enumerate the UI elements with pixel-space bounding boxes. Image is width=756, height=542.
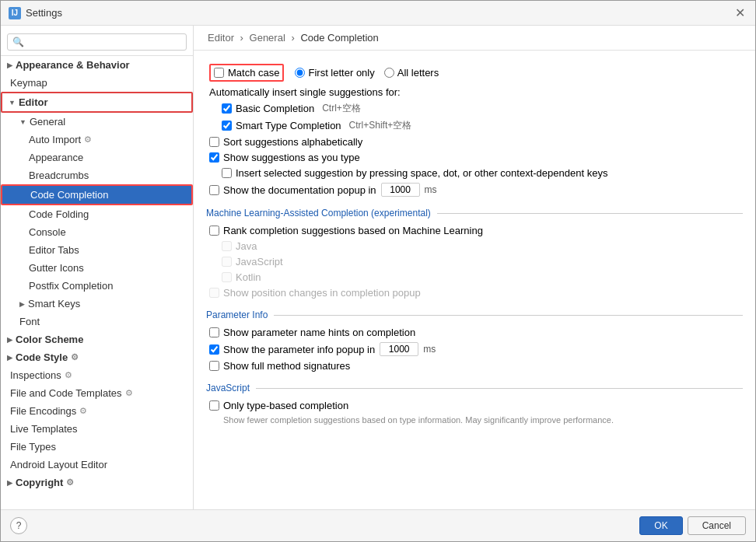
param-info-divider-line xyxy=(274,315,743,316)
sidebar: ▶ Appearance & Behavior Keymap ▼ Editor … xyxy=(1,26,194,509)
bottom-bar: ? OK Cancel xyxy=(1,509,755,541)
basic-completion-checkbox[interactable] xyxy=(222,103,232,114)
all-letters-radio-label[interactable]: All letters xyxy=(384,67,439,79)
ml-rank-checkbox-label[interactable]: Rank completion suggestions based on Mac… xyxy=(209,225,483,236)
show-suggestions-checkbox[interactable] xyxy=(209,152,219,163)
ml-rank-checkbox[interactable] xyxy=(209,226,219,236)
search-input[interactable] xyxy=(7,33,187,51)
smart-type-checkbox-label[interactable]: Smart Type Completion xyxy=(222,120,341,131)
param-popup-checkbox[interactable] xyxy=(209,344,219,355)
expand-arrow: ▼ xyxy=(9,99,16,107)
ml-js-checkbox[interactable] xyxy=(222,257,232,267)
param-hints-checkbox-label[interactable]: Show parameter name hints on completion xyxy=(209,327,415,338)
sidebar-item-appearance-behavior[interactable]: ▶ Appearance & Behavior xyxy=(1,56,193,74)
sidebar-item-label: Auto Import xyxy=(29,134,81,145)
sidebar-item-appearance[interactable]: Appearance xyxy=(1,149,193,166)
first-letter-label: First letter only xyxy=(308,67,374,79)
sidebar-item-label: File Encodings xyxy=(10,405,76,417)
sidebar-item-file-types[interactable]: File Types xyxy=(1,438,193,456)
title-bar-left: IJ Settings xyxy=(9,7,62,19)
js-type-based-subtext: Show fewer completion suggestions based … xyxy=(206,415,743,426)
help-button[interactable]: ? xyxy=(10,517,27,534)
all-letters-radio[interactable] xyxy=(384,68,394,78)
sidebar-item-inspections[interactable]: Inspections ⚙ xyxy=(1,366,193,384)
ml-position-checkbox-label[interactable]: Show position changes in completion popu… xyxy=(209,287,421,299)
sidebar-item-console[interactable]: Console xyxy=(1,223,193,241)
sidebar-item-gutter-icons[interactable]: Gutter Icons xyxy=(1,259,193,277)
sidebar-item-label: Code Style xyxy=(16,351,68,363)
sidebar-item-postfix-completion[interactable]: Postfix Completion xyxy=(1,277,193,295)
settings-window: IJ Settings ✕ ▶ Appearance & Behavior Ke… xyxy=(0,0,756,542)
ml-position-label: Show position changes in completion popu… xyxy=(223,287,421,299)
ml-js-checkbox-label[interactable]: JavaScript xyxy=(222,256,283,268)
full-method-row: Show full method signatures xyxy=(206,360,743,372)
sidebar-item-code-folding[interactable]: Code Folding xyxy=(1,205,193,223)
param-info-section-divider: Parameter Info xyxy=(206,309,743,320)
window-title: Settings xyxy=(26,7,62,19)
sort-alpha-checkbox-label[interactable]: Sort suggestions alphabetically xyxy=(209,136,362,148)
param-popup-checkbox-label[interactable]: Show the parameter info popup in xyxy=(209,344,375,355)
sidebar-item-android-layout-editor[interactable]: Android Layout Editor xyxy=(1,456,193,474)
param-hints-label: Show parameter name hints on completion xyxy=(223,327,415,338)
sidebar-item-live-templates[interactable]: Live Templates xyxy=(1,420,193,438)
sidebar-item-breadcrumbs[interactable]: Breadcrumbs xyxy=(1,166,193,184)
sidebar-item-color-scheme[interactable]: ▶ Color Scheme xyxy=(1,330,193,348)
ok-button[interactable]: OK xyxy=(639,516,682,535)
expand-arrow: ▶ xyxy=(7,479,12,487)
smart-type-checkbox[interactable] xyxy=(222,121,232,131)
sidebar-item-editor-tabs[interactable]: Editor Tabs xyxy=(1,241,193,259)
ml-java-checkbox[interactable] xyxy=(222,241,232,251)
show-doc-popup-checkbox[interactable] xyxy=(209,185,219,195)
sidebar-item-general[interactable]: ▼ General xyxy=(1,113,193,131)
full-method-checkbox-label[interactable]: Show full method signatures xyxy=(209,360,350,372)
sort-alpha-checkbox[interactable] xyxy=(209,137,219,147)
ml-java-checkbox-label[interactable]: Java xyxy=(222,240,257,252)
breadcrumb: Editor › General › Code Completion xyxy=(194,26,755,51)
breadcrumb-current: Code Completion xyxy=(300,32,378,44)
param-hints-row: Show parameter name hints on completion xyxy=(206,327,743,338)
sidebar-item-copyright[interactable]: ▶ Copyright ⚙ xyxy=(1,474,193,491)
sidebar-item-label: Console xyxy=(29,226,66,238)
js-type-based-checkbox[interactable] xyxy=(209,400,219,411)
match-case-checkbox-label[interactable]: Match case xyxy=(209,64,284,82)
cancel-button[interactable]: Cancel xyxy=(688,516,746,535)
settings-icon: ⚙ xyxy=(84,135,92,145)
sidebar-item-smart-keys[interactable]: ▶ Smart Keys xyxy=(1,295,193,313)
sidebar-item-code-completion[interactable]: Code Completion xyxy=(1,184,193,205)
first-letter-radio-label[interactable]: First letter only xyxy=(295,67,374,79)
sidebar-item-label: Appearance & Behavior xyxy=(16,59,130,71)
ml-kotlin-label: Kotlin xyxy=(236,271,261,283)
show-doc-popup-input[interactable] xyxy=(381,183,420,197)
param-popup-input[interactable] xyxy=(380,342,418,356)
sidebar-item-label: Color Scheme xyxy=(16,334,83,345)
sort-alpha-label: Sort suggestions alphabetically xyxy=(223,136,362,148)
sidebar-item-file-code-templates[interactable]: File and Code Templates ⚙ xyxy=(1,384,193,402)
sidebar-item-label: File and Code Templates xyxy=(10,387,122,399)
basic-completion-checkbox-label[interactable]: Basic Completion xyxy=(222,103,314,114)
insert-selected-checkbox[interactable] xyxy=(222,168,232,178)
sidebar-item-label: Font xyxy=(19,316,40,327)
expand-arrow: ▼ xyxy=(19,118,26,126)
sidebar-item-code-style[interactable]: ▶ Code Style ⚙ xyxy=(1,348,193,366)
show-doc-popup-checkbox-label[interactable]: Show the documentation popup in xyxy=(209,184,376,196)
insert-selected-checkbox-label[interactable]: Insert selected suggestion by pressing s… xyxy=(222,167,607,179)
show-suggestions-checkbox-label[interactable]: Show suggestions as you type xyxy=(209,152,360,163)
full-method-checkbox[interactable] xyxy=(209,361,219,371)
sidebar-item-font[interactable]: Font xyxy=(1,313,193,330)
ml-java-label: Java xyxy=(236,240,257,252)
sidebar-item-keymap[interactable]: Keymap xyxy=(1,74,193,92)
sidebar-item-editor[interactable]: ▼ Editor xyxy=(1,92,193,113)
match-case-checkbox[interactable] xyxy=(214,68,224,78)
sidebar-item-file-encodings[interactable]: File Encodings ⚙ xyxy=(1,402,193,420)
ml-kotlin-checkbox-label[interactable]: Kotlin xyxy=(222,271,261,283)
ml-kotlin-checkbox[interactable] xyxy=(222,272,232,282)
js-section-label: JavaScript xyxy=(206,383,256,393)
show-doc-popup-label: Show the documentation popup in xyxy=(223,184,376,196)
ml-position-checkbox[interactable] xyxy=(209,288,219,298)
first-letter-radio[interactable] xyxy=(295,68,305,78)
js-type-based-checkbox-label[interactable]: Only type-based completion xyxy=(209,400,348,411)
smart-type-label: Smart Type Completion xyxy=(236,120,341,131)
param-hints-checkbox[interactable] xyxy=(209,327,219,337)
sidebar-item-auto-import[interactable]: Auto Import ⚙ xyxy=(1,131,193,149)
close-button[interactable]: ✕ xyxy=(732,5,747,21)
